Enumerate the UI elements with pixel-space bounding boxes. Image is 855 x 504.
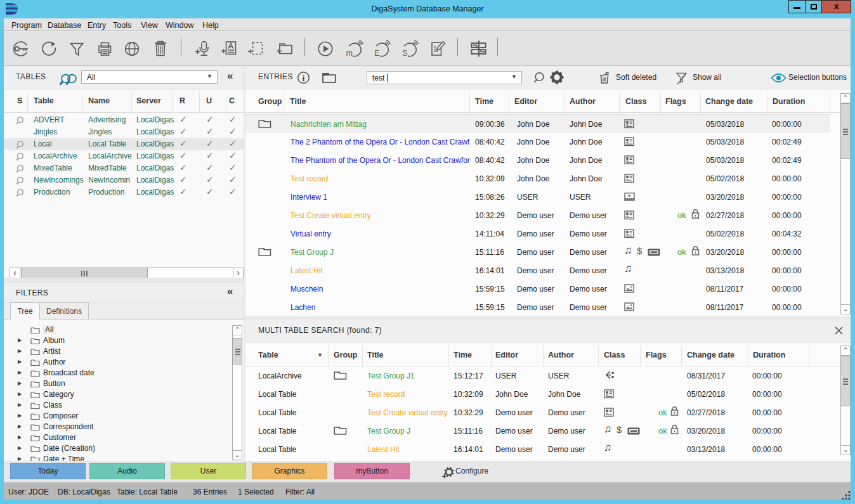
svg-text:E: E bbox=[374, 49, 379, 58]
svg-text:m: m bbox=[346, 49, 352, 58]
svg-text:S: S bbox=[402, 49, 407, 58]
svg-text:i: i bbox=[303, 74, 305, 83]
